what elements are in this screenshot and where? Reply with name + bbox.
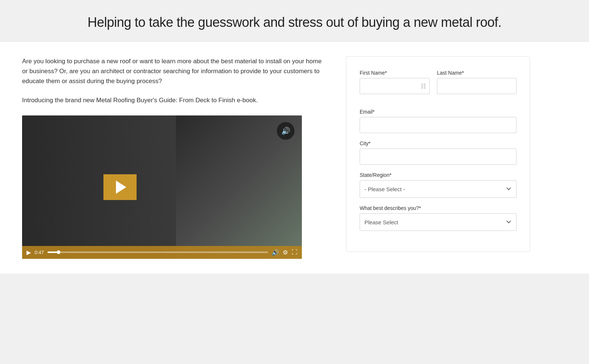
describe-label: What best describes you?* bbox=[360, 205, 516, 211]
hero-header: Helping to take the guesswork and stress… bbox=[0, 0, 589, 42]
controls-volume-button[interactable]: 🔊 bbox=[272, 249, 279, 256]
first-name-input[interactable] bbox=[360, 78, 430, 94]
play-triangle-icon bbox=[116, 181, 126, 194]
intro-paragraph-2: Introducing the brand new Metal Roofing … bbox=[22, 95, 324, 105]
first-name-label: First Name* bbox=[360, 70, 430, 76]
describe-select[interactable]: Please Select Homeowner Business Owner A… bbox=[360, 213, 516, 231]
video-time: 0:47 bbox=[35, 250, 44, 255]
video-thumbnail-person bbox=[22, 115, 176, 259]
last-name-input[interactable] bbox=[437, 78, 516, 94]
hero-title: Helping to take the guesswork and stress… bbox=[7, 15, 582, 30]
first-name-group: First Name* ☷ bbox=[360, 70, 430, 94]
controls-play-button[interactable]: ▶ bbox=[27, 249, 31, 256]
left-column: Are you looking to purchase a new roof o… bbox=[22, 56, 324, 259]
email-label: Email* bbox=[360, 109, 516, 115]
city-group: City* bbox=[360, 140, 516, 165]
email-group: Email* bbox=[360, 109, 516, 133]
video-controls-bar: ▶ 0:47 🔊 ⚙ ⛶ bbox=[22, 246, 302, 259]
main-content: Are you looking to purchase a new roof o… bbox=[0, 42, 589, 274]
volume-icon: 🔊 bbox=[281, 126, 290, 135]
name-row: First Name* ☷ Last Name* bbox=[360, 70, 516, 101]
id-card-icon: ☷ bbox=[421, 83, 426, 90]
first-name-input-wrapper: ☷ bbox=[360, 78, 430, 94]
video-volume-overlay[interactable]: 🔊 bbox=[277, 122, 294, 140]
intro-paragraph-1: Are you looking to purchase a new roof o… bbox=[22, 56, 324, 86]
state-group: State/Region* - Please Select - Alabama … bbox=[360, 172, 516, 198]
last-name-label: Last Name* bbox=[437, 70, 516, 76]
email-input[interactable] bbox=[360, 117, 516, 133]
describe-group: What best describes you?* Please Select … bbox=[360, 205, 516, 231]
video-player: 🔊 ▶ 0:47 🔊 ⚙ ⛶ bbox=[22, 115, 302, 259]
city-input[interactable] bbox=[360, 149, 516, 165]
controls-settings-button[interactable]: ⚙ bbox=[283, 249, 288, 256]
last-name-group: Last Name* bbox=[437, 70, 516, 94]
state-select[interactable]: - Please Select - Alabama Alaska Arizona… bbox=[360, 180, 516, 198]
controls-fullscreen-button[interactable]: ⛶ bbox=[292, 249, 297, 256]
video-play-button[interactable] bbox=[103, 174, 137, 200]
video-progress-dot bbox=[57, 250, 60, 254]
state-label: State/Region* bbox=[360, 172, 516, 178]
video-progress-bar[interactable] bbox=[47, 251, 268, 253]
contact-form: First Name* ☷ Last Name* Email* Ci bbox=[346, 56, 530, 252]
city-label: City* bbox=[360, 140, 516, 146]
page-wrapper: Helping to take the guesswork and stress… bbox=[0, 0, 589, 364]
